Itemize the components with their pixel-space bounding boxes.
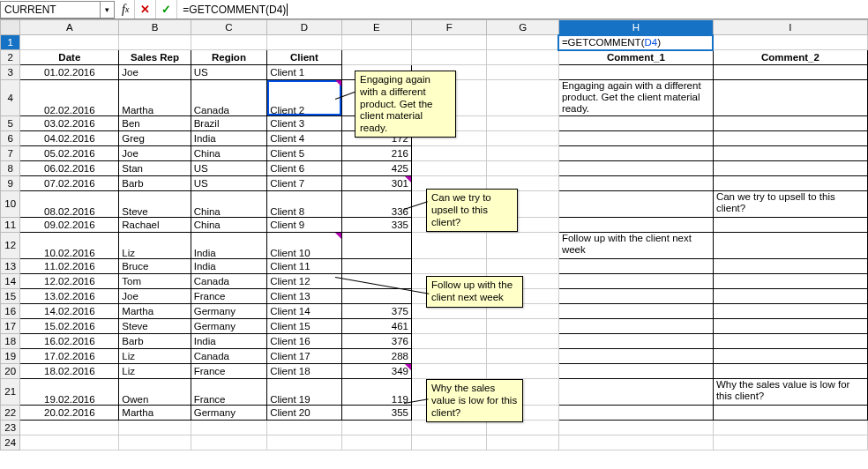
cell-date[interactable]: 19.02.2016 [20,378,119,405]
cell-rep[interactable]: Liz [119,348,191,363]
cell[interactable] [412,348,487,363]
cell-comment-2[interactable] [713,232,867,258]
cell-rep[interactable]: Owen [119,378,191,405]
cell-value[interactable]: 461 [341,318,411,333]
cell-rep[interactable]: Tom [119,273,191,288]
cell-date[interactable]: 20.02.2016 [20,405,119,420]
cell-date[interactable]: 09.02.2016 [20,217,119,232]
cell-region[interactable]: Canada [191,348,266,363]
cell[interactable] [119,435,191,450]
cell-region[interactable]: India [191,333,266,348]
cell-comment-2[interactable] [713,333,867,348]
header-comment-1[interactable]: Comment_1 [558,50,713,65]
cell[interactable] [119,420,191,435]
cell-comment-2[interactable] [713,258,867,273]
cell-client[interactable]: Client 17 [267,348,341,363]
cell[interactable] [487,80,558,116]
col-header-A[interactable]: A [20,20,119,35]
header-comment-2[interactable]: Comment_2 [713,50,867,65]
cell-comment-2[interactable] [713,318,867,333]
col-header-I[interactable]: I [713,20,867,35]
cell[interactable] [487,145,558,160]
row-header[interactable]: 14 [1,273,20,288]
cell-comment-1[interactable] [558,303,713,318]
cell-client[interactable]: Client 5 [267,145,341,160]
cell-comment-1[interactable] [558,405,713,420]
cell-value[interactable] [341,232,411,258]
cell-rep[interactable]: Ben [119,115,191,130]
cell-client[interactable]: Client 8 [267,190,341,217]
cell-value[interactable]: 301 [341,175,411,190]
cell-comment-1[interactable] [558,65,713,80]
cell[interactable] [341,50,411,65]
name-box[interactable]: CURRENT ▾ [0,1,115,19]
cell-comment-2[interactable] [713,160,867,175]
cell[interactable] [487,333,558,348]
cell-comment-1[interactable] [558,115,713,130]
cell-value[interactable]: 349 [341,363,411,378]
cell-value[interactable] [341,273,411,288]
select-all-corner[interactable] [1,20,20,35]
row-header[interactable]: 7 [1,145,20,160]
cell-comment-2[interactable] [713,217,867,232]
cell-rep[interactable]: Liz [119,363,191,378]
cell[interactable] [487,65,558,80]
cell-comment-1[interactable] [558,378,713,405]
cell-rep[interactable]: Joe [119,145,191,160]
cell-value[interactable]: 425 [341,160,411,175]
cell-client[interactable]: Client 19 [267,378,341,405]
header-date[interactable]: Date [20,50,119,65]
cell-client[interactable]: Client 9 [267,217,341,232]
cell-date[interactable]: 02.02.2016 [20,80,119,116]
col-header-D[interactable]: D [267,20,341,35]
cell-client[interactable]: Client 12 [267,273,341,288]
cell-region[interactable]: China [191,217,266,232]
cell-rep[interactable]: Barb [119,175,191,190]
row-header[interactable]: 19 [1,348,20,363]
cell-rep[interactable]: Steve [119,190,191,217]
cell-comment-1[interactable] [558,318,713,333]
cell[interactable] [487,160,558,175]
cell-region[interactable]: India [191,258,266,273]
cell-comment-1[interactable] [558,258,713,273]
row-header[interactable]: 17 [1,318,20,333]
cell-comment-2[interactable] [713,405,867,420]
cell-comment-1[interactable] [558,190,713,217]
cell-rep[interactable]: Liz [119,232,191,258]
cell[interactable] [412,435,487,450]
cell-date[interactable]: 08.02.2016 [20,190,119,217]
row-header[interactable]: 1 [1,35,20,50]
cell-value[interactable]: 288 [341,348,411,363]
cell-date[interactable]: 07.02.2016 [20,175,119,190]
cell-region[interactable]: France [191,288,266,303]
cell-date[interactable]: 13.02.2016 [20,288,119,303]
cell-date[interactable]: 04.02.2016 [20,130,119,145]
row-header[interactable]: 6 [1,130,20,145]
cell-client[interactable]: Client 4 [267,130,341,145]
cell-value[interactable]: 216 [341,145,411,160]
cell[interactable] [119,35,191,50]
cell[interactable] [713,420,867,435]
col-header-E[interactable]: E [341,20,411,35]
cell-region[interactable]: Germany [191,318,266,333]
cell-region[interactable]: Canada [191,80,266,116]
cell-comment-1[interactable]: Engaging again with a different product.… [558,80,713,116]
cell-client[interactable]: Client 13 [267,288,341,303]
cell[interactable] [487,435,558,450]
cell-rep[interactable]: Rachael [119,217,191,232]
cell[interactable] [20,35,119,50]
cell-date[interactable]: 12.02.2016 [20,273,119,288]
cell-region[interactable]: China [191,145,266,160]
cell-region[interactable]: India [191,232,266,258]
row-header[interactable]: 21 [1,378,20,405]
cell-rep[interactable]: Martha [119,405,191,420]
cell-region[interactable]: India [191,130,266,145]
cell-client[interactable]: Client 18 [267,363,341,378]
cell-date[interactable]: 01.02.2016 [20,65,119,80]
cell[interactable] [412,35,487,50]
header-region[interactable]: Region [191,50,266,65]
cell-value[interactable]: 375 [341,303,411,318]
cell-date[interactable]: 05.02.2016 [20,145,119,160]
cell-comment-1[interactable] [558,130,713,145]
cell-region[interactable]: Canada [191,273,266,288]
